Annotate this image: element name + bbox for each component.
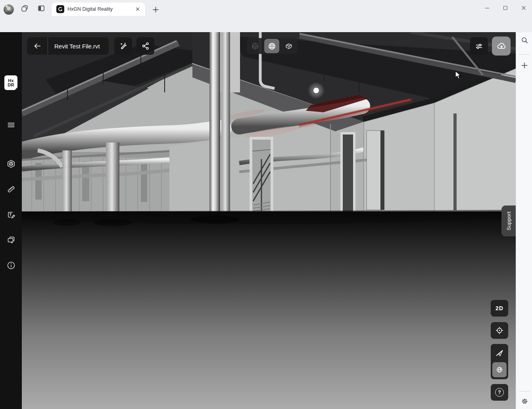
viewer-file-title: Revit Test File.rvt <box>48 43 109 50</box>
annotate-icon[interactable] <box>6 210 16 220</box>
sidebar-search-icon[interactable] <box>519 35 530 45</box>
edge-sidebar <box>516 32 532 409</box>
3d-scene <box>22 32 516 409</box>
scene-marker[interactable] <box>313 88 319 93</box>
back-arrow-icon <box>33 42 42 50</box>
download-cloud-button[interactable] <box>492 36 511 56</box>
orbit-globe-icon <box>495 365 504 374</box>
viewer-3d-viewport[interactable]: Revit Test File.rvt <box>22 32 516 409</box>
workspaces-icon[interactable] <box>20 4 29 13</box>
navigation-mode-group <box>491 344 508 379</box>
sidebar-add-icon[interactable] <box>519 60 530 71</box>
magic-wand-icon <box>119 42 128 51</box>
model-3d-icon <box>284 42 293 51</box>
mouse-cursor <box>455 71 463 80</box>
fly-paper-plane-icon <box>495 349 504 357</box>
locate-crosshair-icon <box>495 326 504 335</box>
info-icon[interactable] <box>6 260 16 271</box>
help-button[interactable]: ? <box>491 384 508 401</box>
titlebar: HxGN Digital Reality <box>0 0 532 16</box>
mesh-icon <box>267 42 277 51</box>
scene-floor <box>22 210 516 409</box>
sliders-icon <box>474 42 484 51</box>
screen: { "browser": { "tab_title": "HxGN Digita… <box>0 0 532 409</box>
view-mode-switcher <box>247 38 298 54</box>
point-cloud-icon <box>251 42 259 50</box>
orbit-globe-button[interactable] <box>492 362 507 377</box>
tab-title: HxGN Digital Reality <box>67 6 134 12</box>
site-favicon-icon <box>56 5 64 13</box>
view-mode-model[interactable] <box>280 38 297 54</box>
magic-wand-button[interactable] <box>114 37 132 55</box>
locate-button[interactable] <box>491 322 508 339</box>
viewer-title-bar: Revit Test File.rvt <box>27 37 109 55</box>
sidebar-settings-gear-icon[interactable] <box>519 396 530 406</box>
minimize-icon[interactable] <box>481 3 493 13</box>
tab-close-icon[interactable] <box>134 6 141 13</box>
mode-2d-button[interactable]: 2D <box>491 300 508 317</box>
rail-divider-top <box>519 54 530 55</box>
browser-tab[interactable]: HxGN Digital Reality <box>52 2 145 16</box>
close-window-icon[interactable] <box>518 3 530 13</box>
display-settings-button[interactable] <box>470 37 488 55</box>
cloud-download-icon <box>496 41 507 51</box>
fly-mode-button[interactable] <box>491 345 508 361</box>
support-tab[interactable]: Support <box>501 205 516 236</box>
support-label: Support <box>506 211 512 230</box>
viewer-back-button[interactable] <box>27 37 48 55</box>
measure-ruler-icon[interactable] <box>6 184 16 194</box>
rail-divider-bottom <box>519 391 530 392</box>
help-icon: ? <box>495 388 504 397</box>
menu-hamburger-icon[interactable] <box>6 120 16 130</box>
hxdr-logo[interactable]: Hx DR <box>4 75 17 90</box>
model-cube-icon[interactable] <box>6 159 16 169</box>
share-button[interactable] <box>136 37 154 55</box>
app-sidebar: Hx DR <box>0 32 22 409</box>
browser-toolbar: https://realitycloudstudio.hxdr.app/asse… <box>0 16 532 33</box>
tab-actions-icon[interactable] <box>36 4 46 13</box>
view-mode-point-cloud[interactable] <box>247 38 263 54</box>
new-tab-icon[interactable] <box>151 5 160 14</box>
logo-text-top: Hx <box>8 79 13 83</box>
share-icon <box>141 42 150 50</box>
mode-2d-label: 2D <box>496 305 503 311</box>
logo-notch <box>14 87 17 90</box>
slides-icon[interactable] <box>6 235 16 245</box>
maximize-icon[interactable] <box>499 3 511 13</box>
logo-text-bottom: DR <box>8 83 14 87</box>
profile-photo-icon <box>4 4 14 15</box>
browser-profile-avatar[interactable] <box>4 4 14 15</box>
view-mode-mesh[interactable] <box>264 39 279 53</box>
